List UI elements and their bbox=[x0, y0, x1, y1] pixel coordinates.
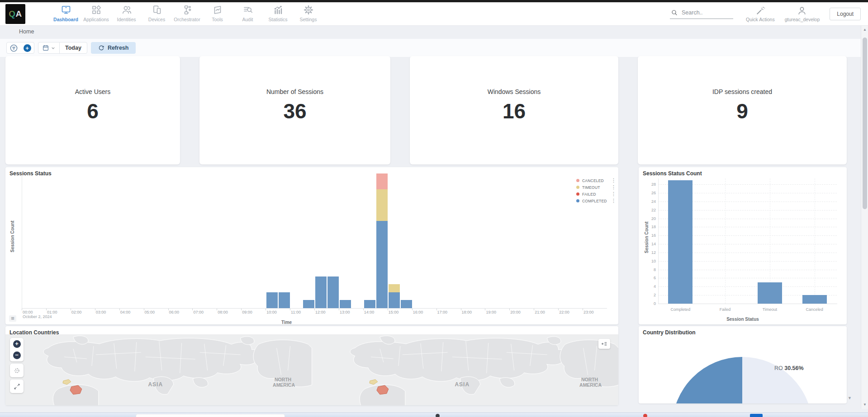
pie-slice-percent: 30.56% bbox=[784, 365, 803, 371]
stat-card-title: IDP sessions created bbox=[712, 88, 772, 95]
nav-item-identities[interactable]: Identities bbox=[111, 4, 142, 24]
scrollbar-down-arrow[interactable]: ▼ bbox=[861, 402, 868, 408]
legend-dot bbox=[576, 179, 579, 182]
legend-kebab-menu[interactable]: ⋮ bbox=[609, 178, 616, 183]
nav-item-statistics[interactable]: Statistics bbox=[263, 4, 293, 24]
nav-item-tools[interactable]: Tools bbox=[202, 4, 232, 24]
legend-item-timeout[interactable]: TIMEOUT⋮ bbox=[576, 184, 616, 191]
nav-item-applications[interactable]: Applications bbox=[81, 4, 111, 24]
nav-item-label: Tools bbox=[212, 17, 223, 22]
bar-segment-completed bbox=[266, 292, 278, 308]
legend-label: CANCELED bbox=[582, 178, 609, 183]
stacked-bar-12:30[interactable] bbox=[327, 276, 339, 308]
user-icon bbox=[797, 6, 807, 16]
chevron-down-icon bbox=[51, 46, 56, 51]
x-category-label: Failed bbox=[705, 307, 745, 312]
map-label-north: NORTH bbox=[581, 377, 598, 382]
nav-item-label: Settings bbox=[300, 17, 317, 22]
user-menu[interactable]: gtureac_develop bbox=[785, 6, 820, 22]
x-tick-mark bbox=[339, 309, 339, 310]
legend-item-canceled[interactable]: CANCELED⋮ bbox=[576, 177, 616, 184]
app-logo[interactable]: QA bbox=[5, 4, 25, 24]
calendar-icon bbox=[42, 44, 49, 52]
legend-dot bbox=[576, 186, 579, 189]
today-button[interactable]: Today bbox=[60, 42, 87, 53]
nav-item-devices[interactable]: Devices bbox=[142, 4, 172, 24]
logo-letter-a: A bbox=[16, 9, 22, 19]
calendar-dropdown[interactable] bbox=[38, 42, 60, 53]
map-label-asia: ASIA bbox=[455, 381, 470, 388]
gear-icon bbox=[303, 4, 314, 16]
stacked-bar-14:00[interactable] bbox=[364, 300, 376, 308]
count-bar-canceled[interactable] bbox=[802, 295, 827, 304]
map-fullscreen-button[interactable] bbox=[12, 382, 21, 391]
search-input[interactable] bbox=[682, 9, 727, 16]
nav-item-label: Devices bbox=[148, 17, 165, 22]
map-label-america: AMERICA bbox=[273, 383, 295, 388]
x-category-label: Canceled bbox=[794, 307, 835, 312]
logout-button[interactable]: Logout bbox=[830, 8, 861, 20]
map-zoom-out-button[interactable]: − bbox=[13, 351, 21, 359]
time-chart-legend: CANCELED⋮TIMEOUT⋮FAILED⋮COMPLETED⋮ bbox=[576, 177, 616, 204]
x-tick-mark bbox=[95, 309, 95, 310]
y-tick-label: 14 bbox=[647, 242, 656, 246]
x-axis-date-note: October 2, 2024 bbox=[23, 314, 52, 319]
stacked-bar-12:00[interactable] bbox=[315, 276, 327, 308]
x-tick-label: 10:00 bbox=[266, 310, 277, 314]
chart-menu-icon[interactable]: ≡ bbox=[9, 315, 16, 322]
x-tick-label: 00:00 bbox=[23, 310, 33, 314]
scrollbar-thumb[interactable] bbox=[863, 37, 867, 209]
count-chart-x-axis bbox=[658, 304, 837, 304]
taskbar-app-icon[interactable] bbox=[436, 414, 440, 417]
x-tick-label: 21:00 bbox=[535, 310, 545, 314]
stacked-bar-11:30[interactable] bbox=[303, 300, 315, 308]
x-tick-mark bbox=[119, 309, 120, 310]
taskbar-app-icon[interactable] bbox=[643, 414, 647, 417]
world-map[interactable]: ASIANORTHAMERICAASIANORTHAMERICA bbox=[5, 334, 618, 405]
refresh-button[interactable]: Refresh bbox=[91, 42, 136, 54]
stacked-bar-14:30[interactable] bbox=[376, 173, 388, 308]
nav-item-audit[interactable]: Audit bbox=[232, 4, 263, 24]
x-tick-label: 12:00 bbox=[315, 310, 326, 314]
stat-card-title: Windows Sessions bbox=[488, 88, 541, 95]
map-tiles: ASIANORTHAMERICAASIANORTHAMERICA bbox=[5, 334, 618, 405]
add-filter-button[interactable]: + bbox=[20, 42, 34, 53]
stacked-bar-10:00[interactable] bbox=[266, 292, 278, 308]
grid-line-v bbox=[725, 178, 726, 304]
legend-item-failed[interactable]: FAILED⋮ bbox=[576, 191, 616, 197]
x-tick-mark bbox=[290, 309, 290, 310]
legend-kebab-menu[interactable]: ⋮ bbox=[609, 184, 616, 190]
scroll-down-indicator[interactable]: ▼ bbox=[848, 396, 852, 400]
country-distribution-pie[interactable] bbox=[672, 357, 812, 403]
y-tick-label: 4 bbox=[647, 284, 656, 289]
filter-circle-button[interactable] bbox=[7, 42, 20, 53]
nav-item-label: Applications bbox=[83, 17, 109, 22]
stacked-bar-15:00[interactable] bbox=[388, 284, 400, 308]
legend-kebab-menu[interactable]: ⋮ bbox=[609, 191, 616, 197]
taskbar-app-icon[interactable] bbox=[750, 414, 763, 417]
taskbar-search-box[interactable] bbox=[136, 414, 285, 417]
count-bar-timeout[interactable] bbox=[758, 282, 782, 304]
legend-item-completed[interactable]: COMPLETED⋮ bbox=[576, 197, 616, 204]
map-zoom-in-button[interactable]: + bbox=[13, 340, 21, 348]
nav-item-label: Audit bbox=[242, 17, 253, 22]
stacked-bar-13:00[interactable] bbox=[339, 300, 351, 308]
count-bar-completed[interactable] bbox=[668, 180, 693, 304]
monitor-icon bbox=[61, 4, 71, 16]
legend-kebab-menu[interactable]: ⋮ bbox=[609, 198, 616, 204]
stacked-bar-10:30[interactable] bbox=[278, 292, 290, 308]
scrollbar-up-arrow[interactable]: ▲ bbox=[861, 27, 868, 33]
search-box[interactable] bbox=[670, 9, 733, 19]
nav-item-orchestrator[interactable]: Orchestrator bbox=[172, 4, 202, 24]
map-legend-toggle-button[interactable] bbox=[598, 339, 610, 349]
bar-segment-completed bbox=[400, 300, 413, 308]
map-locate-button[interactable] bbox=[12, 366, 21, 375]
vertical-scrollbar[interactable]: ▲ ▼ bbox=[861, 26, 868, 409]
quick-actions-button[interactable]: Quick Actions bbox=[746, 6, 775, 22]
nav-item-settings[interactable]: Settings bbox=[293, 4, 323, 24]
stacked-bar-15:30[interactable] bbox=[400, 300, 413, 308]
nav-item-dashboard[interactable]: Dashboard bbox=[51, 4, 81, 24]
header-right: Quick Actions gtureac_develop Logout bbox=[670, 2, 861, 26]
bar-segment-completed bbox=[376, 221, 388, 308]
x-tick-label: 01:00 bbox=[47, 310, 57, 314]
